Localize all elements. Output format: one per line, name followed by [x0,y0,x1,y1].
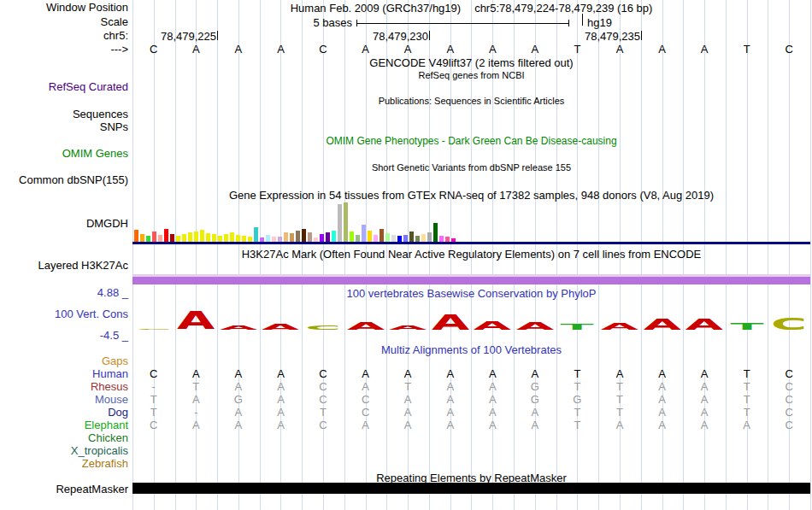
svg-text:T: T [561,324,594,331]
conservation-letter: A [347,322,385,330]
gtex-bar-brain-hypothalamus[interactable] [224,234,228,242]
gtex-bar-colon-transverse[interactable] [290,233,294,242]
alignment-base: C [768,381,810,394]
alignment-base: A [429,381,472,394]
gtex-bar-muscle-skeletal[interactable] [362,225,366,242]
gtex-bar-artery-aorta[interactable] [152,232,156,242]
sidebar-label-rhesus[interactable]: Rhesus [91,381,128,392]
gtex-bar-liver[interactable] [344,202,348,242]
gtex-bar-stomach[interactable] [421,234,426,242]
coordinate-tick [641,31,642,40]
sidebar-label-snps[interactable]: SNPs [100,121,128,132]
gtex-bar-skin-not-sun-exposed[interactable] [397,236,402,242]
gtex-bar-brain-cerebellar-hemisphere[interactable] [194,232,198,242]
gtex-bar-artery-tibial[interactable] [164,229,168,242]
alignment-base: A [472,368,515,381]
svg-text:A: A [643,315,680,333]
gtex-bar-artery-coronary[interactable] [158,235,162,242]
gtex-bar-adipose-subcutaneous[interactable] [134,230,138,242]
sidebar-label-mouse[interactable]: Mouse [95,394,128,405]
sidebar-label-x-tropicalis[interactable]: X_tropicalis [71,445,128,456]
gtex-bar-uterus[interactable] [439,236,444,242]
gtex-bar-pituitary[interactable] [385,233,390,242]
sidebar-label-zebrafish[interactable]: Zebrafish [82,458,128,469]
gtex-bar-minor-salivary-gland[interactable] [356,235,360,242]
conservation-letter: C [304,325,342,330]
gtex-bar-brain-cerebellum[interactable] [200,230,204,242]
gtex-bar-breast-mammary-tissue[interactable] [254,227,258,242]
sequence-base: A [260,44,303,56]
gtex-bar-spleen[interactable] [415,236,420,242]
gtex-bar-esophagus-mucosa[interactable] [302,229,306,242]
sidebar-label-refseq-curated[interactable]: RefSeq Curated [49,81,128,92]
sidebar-label-elephant[interactable]: Elephant [85,419,128,431]
gtex-bar-brain-spinal-cord[interactable] [242,236,246,242]
alignment-base: A [683,368,726,381]
gtex-bar-adrenal-gland[interactable] [146,236,150,242]
svg-text:A: A [432,310,469,335]
alignment-base: A [429,419,472,432]
gtex-bar-pancreas[interactable] [380,229,384,242]
conservation-letter-cell: A [262,324,299,330]
gtex-bar-brain-anterior-cingulate-cortex[interactable] [182,234,186,242]
gtex-bar-thyroid[interactable] [433,223,438,242]
sequence-base: A [344,44,387,56]
sidebar-label-dmgdh[interactable]: DMGDH [86,218,128,229]
alignment-base: A [175,368,218,381]
gtex-bar-ovary[interactable] [374,235,378,242]
gtex-bar-nerve-tibial[interactable] [368,231,372,242]
alignment-base: A [641,381,684,394]
alignment-base: A [386,394,429,407]
repeatmasker-bar[interactable] [132,483,810,494]
gtex-bar-colon-sigmoid[interactable] [284,232,288,242]
gtex-bar-lung[interactable] [350,232,354,242]
alignment-base: C [768,419,810,432]
gtex-bar-testis[interactable] [427,232,432,242]
sidebar-label-repeatmasker[interactable]: RepeatMasker [56,484,128,495]
sidebar-label-omim-genes[interactable]: OMIM Genes [62,148,128,159]
gtex-bar-brain-frontal-cortex[interactable] [212,234,216,242]
alignment-base: T [132,394,175,407]
gtex-bar-esophagus-gastroesophageal-junction[interactable] [296,231,300,242]
sidebar-label-sequences[interactable]: Sequences [73,108,128,120]
gtex-bar-brain-caudate[interactable] [188,232,192,242]
h3k27ac-signal-band[interactable] [132,277,810,284]
sidebar-label-common-dbsnp-155[interactable]: Common dbSNP(155) [19,174,128,185]
sequence-base: A [217,44,260,56]
gtex-bar-adipose-visceral[interactable] [140,234,144,242]
sidebar-label-dog[interactable]: Dog [108,407,128,418]
sidebar-label-chicken[interactable]: Chicken [88,432,128,443]
gtex-bar-heart-left-ventricle[interactable] [326,232,330,242]
sidebar-label-layered-h3k27ac[interactable]: Layered H3K27Ac [38,260,128,271]
gtex-bar-brain-nucleus-accumbens[interactable] [230,232,234,242]
svg-text:C: C [136,329,172,331]
sequence-base: A [472,44,515,56]
genome-version-label: hg19 [587,16,612,29]
gtex-bar-prostate[interactable] [391,235,396,242]
gtex-bar-brain-putamen[interactable] [236,235,240,242]
publications-track-title: Publications: Sequences in Scientific Ar… [132,96,810,106]
alignment-base: T [302,407,344,419]
gtex-bar-small-intestine-terminal-ileum[interactable] [409,232,414,242]
alignment-base: C [344,394,387,407]
sidebar-label-human[interactable]: Human [92,368,128,379]
gtex-bar-cells-cultured-fibroblasts[interactable] [266,235,270,242]
gtex-bar-kidney-cortex[interactable] [332,231,336,242]
gtex-bar-kidney-medulla[interactable] [338,204,342,242]
coordinate-tick [217,31,218,40]
sidebar-label-100-vert-cons[interactable]: 100 Vert. Cons [55,308,128,319]
svg-text:A: A [262,322,300,331]
alignment-base: A [683,381,726,394]
gtex-bar-brain-cortex[interactable] [206,233,210,242]
svg-text:A: A [220,325,258,331]
gtex-expression-chart[interactable] [134,202,456,242]
gtex-bar-heart-atrial-appendage[interactable] [320,234,324,242]
gtex-bar-brain-hippocampus[interactable] [218,236,222,242]
gtex-bar-esophagus-muscularis[interactable] [308,232,312,242]
gtex-bar-skin-sun-exposed[interactable] [403,235,408,242]
gtex-bar-bladder[interactable] [170,234,174,242]
sequence-base: A [598,44,641,56]
gtex-bar-brain-amygdala[interactable] [176,236,180,242]
conservation-logo-row[interactable]: CAAACAAAAATAAATC [132,304,810,330]
conservation-letter-cell: A [432,314,469,330]
